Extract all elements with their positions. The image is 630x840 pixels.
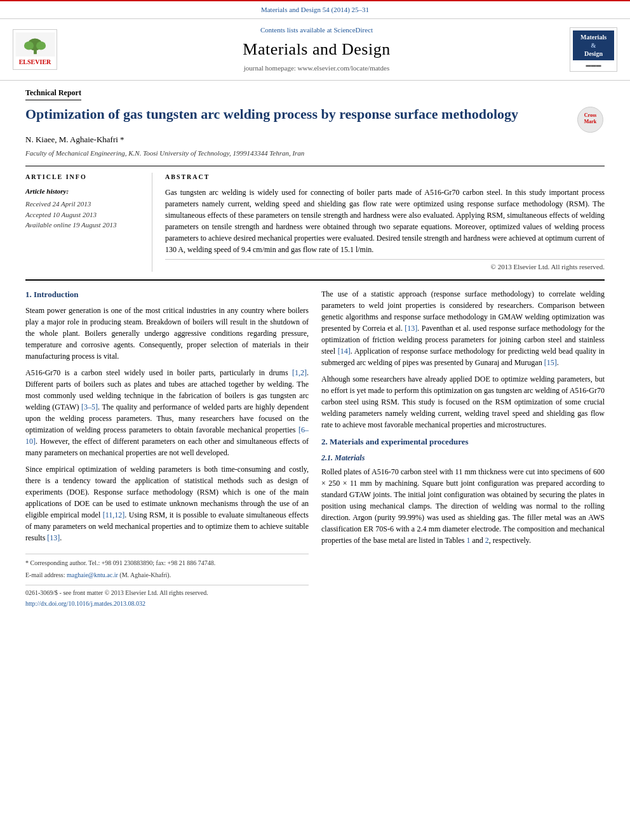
- article-info-abstract-section: ARTICLE INFO Article history: Received 2…: [25, 166, 605, 272]
- matdes-decoration: ▬▬▬: [573, 62, 614, 69]
- svg-text:Mark: Mark: [584, 119, 597, 124]
- crossmark-icon[interactable]: Cross Mark: [576, 105, 605, 134]
- banner-center: Contents lists available at ScienceDirec…: [64, 25, 570, 73]
- ref-3-5[interactable]: [3–5]: [81, 403, 98, 411]
- authors: N. Kiaee, M. Aghaie-Khafri *: [25, 134, 605, 145]
- section1-p2: A516-Gr70 is a carbon steel widely used …: [25, 367, 309, 458]
- elsevier-wordmark: ELSEVIER: [19, 58, 51, 67]
- article-accepted: Accepted 10 August 2013: [25, 210, 145, 220]
- article-history-label: Article history:: [25, 187, 145, 196]
- email-line: E-mail address: maghaie@kntu.ac.ir (M. A…: [25, 570, 309, 580]
- abstract-text: Gas tungsten arc welding is widely used …: [165, 187, 605, 255]
- section1-p1: Steam power generation is one of the mos…: [25, 305, 309, 362]
- doi-link[interactable]: http://dx.doi.org/10.1016/j.matdes.2013.…: [25, 599, 309, 608]
- body-col-left: 1. Introduction Steam power generation i…: [25, 288, 309, 610]
- ref-11-12[interactable]: [11,12]: [103, 510, 125, 519]
- email-label: E-mail address:: [25, 571, 65, 578]
- issn-line: 0261-3069/$ - see front matter © 2013 El…: [25, 588, 309, 597]
- section2-col2-p1: Rolled plates of A516-70 carbon steel wi…: [321, 466, 605, 546]
- section1-heading: 1. Introduction: [25, 288, 309, 301]
- footer-area: * Corresponding author. Tel.: +98 091 23…: [25, 554, 309, 608]
- matdes-journal-box: Materials & Design ▬▬▬: [570, 27, 617, 72]
- article-title: Optimization of gas tungsten arc welding…: [25, 105, 518, 124]
- article-received: Received 24 April 2013: [25, 199, 145, 210]
- journal-homepage: journal homepage: www.elsevier.com/locat…: [64, 63, 570, 73]
- corresponding-note: * Corresponding author. Tel.: +98 091 23…: [25, 558, 309, 568]
- ref-1-2[interactable]: [1,2]: [292, 368, 307, 377]
- journal-banner: ELSEVIER Contents lists available at Sci…: [0, 19, 630, 80]
- email-address[interactable]: maghaie@kntu.ac.ir: [67, 571, 118, 578]
- section2-heading: 2. Materials and experimental procedures: [321, 436, 605, 448]
- matdes-box-inner: Materials & Design: [573, 30, 614, 60]
- body-columns: 1. Introduction Steam power generation i…: [25, 279, 605, 610]
- table-1-link[interactable]: 1: [467, 536, 471, 545]
- ref-6-10[interactable]: [6–10]: [25, 425, 309, 446]
- main-content: Technical Report Optimization of gas tun…: [0, 81, 630, 622]
- ref-13-a[interactable]: [13]: [47, 533, 60, 542]
- abstract-column: ABSTRACT Gas tungsten arc welding is wid…: [165, 173, 605, 272]
- table-2-link[interactable]: 2: [485, 536, 489, 545]
- journal-title: Materials and Design: [64, 38, 570, 61]
- report-type-label: Technical Report: [25, 88, 81, 101]
- elsevier-logo: ELSEVIER: [13, 29, 57, 70]
- copyright-line: © 2013 Elsevier Ltd. All rights reserved…: [165, 259, 605, 272]
- ref-13-b[interactable]: [13]: [405, 324, 417, 333]
- ref-15[interactable]: [15]: [544, 358, 557, 367]
- and-word: and: [473, 536, 483, 545]
- svg-text:Cross: Cross: [584, 112, 596, 118]
- journal-header: Materials and Design 54 (2014) 25–31: [0, 0, 630, 19]
- affiliation: Faculty of Mechanical Engineering, K.N. …: [25, 149, 605, 158]
- sciencedirect-link[interactable]: ScienceDirect: [333, 26, 373, 34]
- section2-1-heading: 2.1. Materials: [321, 452, 605, 463]
- journal-ref: Materials and Design 54 (2014) 25–31: [13, 5, 617, 15]
- svg-point-3: [23, 41, 33, 50]
- section1-col2-p1: The use of a statistic approach (respons…: [321, 288, 605, 368]
- contents-available: Contents lists available at ScienceDirec…: [64, 25, 570, 35]
- article-info-column: ARTICLE INFO Article history: Received 2…: [25, 173, 152, 272]
- section1-col2-p2: Although some researchers have already a…: [321, 373, 605, 430]
- ref-14[interactable]: [14]: [338, 347, 351, 356]
- article-available: Available online 19 August 2013: [25, 220, 145, 230]
- section1-p3: Since empirical optimization of welding …: [25, 463, 309, 543]
- email-author: (M. Aghaie-Khafri).: [119, 571, 171, 578]
- elsevier-tree-icon: [15, 32, 56, 57]
- article-info-label: ARTICLE INFO: [25, 173, 145, 182]
- svg-point-4: [36, 41, 45, 50]
- body-col-right: The use of a statistic approach (respons…: [321, 288, 605, 610]
- abstract-label: ABSTRACT: [165, 173, 605, 182]
- title-row: Optimization of gas tungsten arc welding…: [25, 105, 605, 134]
